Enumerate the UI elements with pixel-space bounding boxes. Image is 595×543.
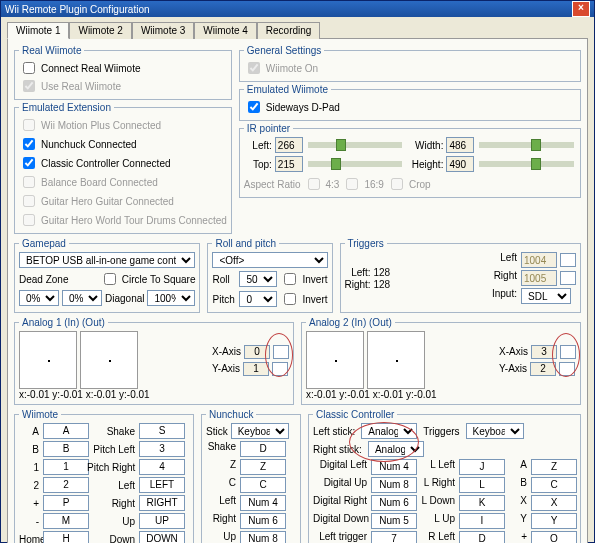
emulated-wiimote-group: Emulated Wiimote Sideways D-Pad bbox=[239, 84, 581, 121]
deadzone-2-select[interactable]: 0% bbox=[62, 290, 102, 306]
real-wiimote-group: Real Wiimote Connect Real Wiimote Use Re… bbox=[14, 45, 232, 100]
emulated-extension-legend: Emulated Extension bbox=[19, 102, 114, 113]
ir-height-slider[interactable] bbox=[479, 161, 574, 167]
wiimote-on-checkbox: Wiimote On bbox=[244, 59, 576, 77]
wiimote-bind[interactable]: A bbox=[43, 423, 89, 439]
emulated-extension-group: Emulated Extension Wii Motion Plus Conne… bbox=[14, 102, 232, 234]
wiimote-bind[interactable]: 2 bbox=[43, 477, 89, 493]
roll-invert-checkbox[interactable]: Invert bbox=[280, 270, 327, 288]
triggers-group: Triggers Left: 128 Right: 128 Left Right bbox=[340, 238, 582, 313]
aspect-169-checkbox: 16:9 bbox=[342, 175, 383, 193]
real-wiimote-legend: Real Wiimote bbox=[19, 45, 84, 56]
wiimote-bind[interactable]: P bbox=[43, 495, 89, 511]
analog-1-in-display bbox=[19, 331, 77, 389]
ext-checkbox: Guitar Hero Guitar Connected bbox=[19, 192, 227, 210]
nunchuck-bind[interactable]: C bbox=[240, 477, 286, 493]
classic-bind[interactable]: Z bbox=[531, 459, 577, 475]
classic-bind[interactable]: Num 6 bbox=[371, 495, 417, 511]
analog-1-group: Analog 1 (In) (Out) X-Axis0 Y-Axis1 x:-0… bbox=[14, 317, 294, 405]
general-settings-group: General Settings Wiimote On bbox=[239, 45, 581, 82]
ext-checkbox[interactable]: Classic Controller Connected bbox=[19, 154, 227, 172]
wiimote-bind[interactable]: M bbox=[43, 513, 89, 529]
roll-pitch-group: Roll and pitch <Off> Roll 50 Invert Pitc… bbox=[207, 238, 332, 313]
wiimote-bind[interactable]: 1 bbox=[43, 459, 89, 475]
wiimote-bind[interactable]: DOWN bbox=[139, 531, 185, 543]
analog-1-out-display bbox=[80, 331, 138, 389]
pitch-invert-checkbox[interactable]: Invert bbox=[280, 290, 327, 308]
classic-bind[interactable]: 7 bbox=[371, 531, 417, 543]
analog-2-in-display bbox=[306, 331, 364, 389]
ext-checkbox: Balance Board Connected bbox=[19, 173, 227, 191]
trigger-input-select[interactable]: SDL bbox=[521, 288, 571, 304]
connect-real-checkbox[interactable]: Connect Real Wiimote bbox=[19, 59, 227, 77]
nunchuck-bind[interactable]: Z bbox=[240, 459, 286, 475]
gamepad-device-select[interactable]: BETOP USB all-in-one game cont bbox=[19, 252, 195, 268]
tab-wiimote-1[interactable]: Wiimote 1 bbox=[7, 22, 69, 39]
trigger-right-input[interactable] bbox=[521, 270, 557, 286]
circle-to-square-checkbox[interactable]: Circle To Square bbox=[100, 270, 196, 288]
ir-width-slider[interactable] bbox=[479, 142, 574, 148]
analog-2-out-display bbox=[367, 331, 425, 389]
nunchuck-stick-select[interactable]: Keyboard bbox=[231, 423, 289, 439]
wiimote-mapping-group: Wiimote AAShakeSBBPitch Left311Pitch Rig… bbox=[14, 409, 194, 543]
tab-wiimote-3[interactable]: Wiimote 3 bbox=[132, 22, 194, 39]
sideways-dpad-checkbox[interactable]: Sideways D-Pad bbox=[244, 98, 576, 116]
trigger-left-clear[interactable] bbox=[560, 253, 576, 267]
diagonal-select[interactable]: 100% bbox=[147, 290, 195, 306]
tab-bar: Wiimote 1 Wiimote 2 Wiimote 3 Wiimote 4 … bbox=[7, 21, 588, 38]
wiimote-bind[interactable]: UP bbox=[139, 513, 185, 529]
classic-bind[interactable]: C bbox=[531, 477, 577, 493]
ir-top-slider[interactable] bbox=[308, 161, 403, 167]
nunchuck-bind[interactable]: Num 6 bbox=[240, 513, 286, 529]
trigger-left-input[interactable] bbox=[521, 252, 557, 268]
wiimote-bind[interactable]: H bbox=[43, 531, 89, 543]
ir-top-value bbox=[275, 156, 303, 172]
roll-select[interactable]: 50 bbox=[239, 271, 277, 287]
nunchuck-bind[interactable]: Num 4 bbox=[240, 495, 286, 511]
crop-checkbox: Crop bbox=[387, 175, 431, 193]
rollpitch-mode-select[interactable]: <Off> bbox=[212, 252, 327, 268]
use-real-checkbox: Use Real Wiimote bbox=[19, 77, 227, 95]
trigger-right-clear[interactable] bbox=[560, 271, 576, 285]
classic-mapping-group: Classic Controller Left stick: Analog 1 … bbox=[308, 409, 581, 543]
pitch-select[interactable]: 0 bbox=[239, 291, 277, 307]
classic-bind[interactable]: X bbox=[531, 495, 577, 511]
deadzone-1-select[interactable]: 0% bbox=[19, 290, 59, 306]
ir-left-slider[interactable] bbox=[308, 142, 403, 148]
analog-2-group: Analog 2 (In) (Out) X-Axis3 Y-Axis2 x:-0… bbox=[301, 317, 581, 405]
ext-checkbox[interactable]: Nunchuck Connected bbox=[19, 135, 227, 153]
classic-bind[interactable]: Num 8 bbox=[371, 477, 417, 493]
gamepad-group: Gamepad BETOP USB all-in-one game cont D… bbox=[14, 238, 200, 313]
ir-height-value bbox=[446, 156, 474, 172]
nunchuck-bind[interactable]: Num 8 bbox=[240, 531, 286, 543]
close-icon[interactable]: × bbox=[572, 1, 590, 17]
nunchuck-bind[interactable]: D bbox=[240, 441, 286, 457]
ir-width-value bbox=[446, 137, 474, 153]
wiimote-bind[interactable]: 4 bbox=[139, 459, 185, 475]
classic-bind[interactable]: Num 5 bbox=[371, 513, 417, 529]
classic-bind[interactable]: Y bbox=[531, 513, 577, 529]
nunchuck-mapping-group: Nunchuck StickKeyboard ShakeDZZCCLeftNum… bbox=[201, 409, 301, 543]
ext-checkbox: Guitar Hero World Tour Drums Connected bbox=[19, 211, 227, 229]
window-title: Wii Remote Plugin Configuration bbox=[5, 4, 150, 15]
wiimote-bind[interactable]: S bbox=[139, 423, 185, 439]
ir-pointer-group: IR pointer Left: Width: Top: bbox=[239, 123, 581, 198]
wiimote-bind[interactable]: 3 bbox=[139, 441, 185, 457]
wiimote-bind[interactable]: B bbox=[43, 441, 89, 457]
classic-trigger-select[interactable]: Keyboard bbox=[466, 423, 524, 439]
tab-wiimote-4[interactable]: Wiimote 4 bbox=[194, 22, 256, 39]
classic-bind[interactable]: O bbox=[531, 531, 577, 543]
tab-recording[interactable]: Recording bbox=[257, 22, 321, 39]
tab-wiimote-2[interactable]: Wiimote 2 bbox=[69, 22, 131, 39]
wiimote-bind[interactable]: LEFT bbox=[139, 477, 185, 493]
aspect-43-checkbox: 4:3 bbox=[304, 175, 340, 193]
wiimote-bind[interactable]: RIGHT bbox=[139, 495, 185, 511]
ext-checkbox: Wii Motion Plus Connected bbox=[19, 116, 227, 134]
ir-left-value bbox=[275, 137, 303, 153]
